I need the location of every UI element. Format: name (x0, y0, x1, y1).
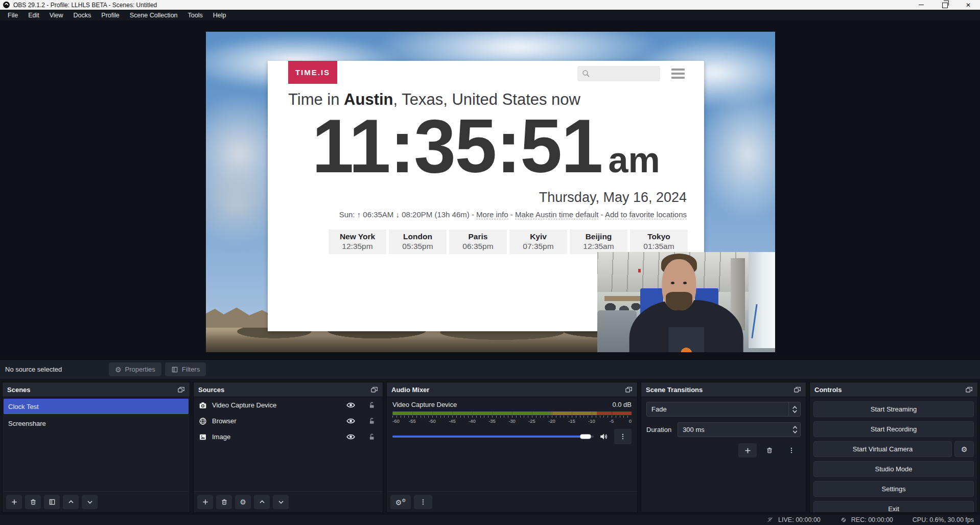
lock-icon[interactable] (368, 417, 376, 425)
lock-icon[interactable] (368, 401, 376, 409)
mixer-menu-button[interactable] (414, 495, 432, 509)
popout-icon[interactable] (625, 386, 633, 394)
make-default-link: Make Austin time default (515, 210, 598, 219)
studio-mode-button[interactable]: Studio Mode (813, 461, 974, 477)
speaker-icon[interactable] (599, 432, 609, 441)
transition-select[interactable]: Fade (646, 402, 801, 417)
clock-digits: 11:35:51 (312, 104, 602, 188)
source-row-image[interactable]: Image (194, 429, 383, 445)
mixer-level-db: 0.0 dB (612, 401, 632, 408)
source-row-video-capture[interactable]: Video Capture Device (194, 397, 383, 413)
source-row-browser[interactable]: Browser (194, 413, 383, 429)
advanced-audio-button[interactable]: ⚙⚙ (390, 495, 411, 509)
remove-transition-button[interactable] (760, 443, 779, 458)
popout-icon[interactable] (794, 386, 801, 394)
remove-source-button[interactable] (216, 495, 232, 509)
filters-button[interactable]: Filters (165, 362, 206, 376)
webcam-source-overlay[interactable] (597, 252, 775, 352)
caret-down-icon (792, 410, 797, 413)
visibility-eye-icon[interactable] (346, 401, 355, 409)
kebab-menu-icon (788, 447, 795, 454)
title-bar: OBS 29.1.2 - Profile: LLHLS BETA - Scene… (0, 0, 980, 10)
visibility-eye-icon[interactable] (346, 432, 355, 441)
transitions-title: Scene Transitions (646, 386, 703, 394)
transition-properties-button[interactable] (782, 443, 801, 458)
search-icon (581, 69, 591, 78)
move-scene-up-button[interactable] (63, 495, 79, 509)
meter-tick-labels: -60 -55 -50 -45 -40 -35 -30 -25 -20 -15 … (392, 418, 632, 424)
popout-icon[interactable] (370, 386, 378, 394)
minimize-button[interactable] (909, 0, 933, 10)
image-icon (199, 433, 207, 441)
exit-button[interactable]: Exit (813, 501, 974, 512)
lock-icon[interactable] (368, 433, 376, 441)
menu-tools[interactable]: Tools (183, 10, 208, 20)
move-scene-down-button[interactable] (82, 495, 98, 509)
menu-docks[interactable]: Docks (68, 10, 97, 20)
timeis-date: Thursday, May 16, 2024 (539, 190, 687, 206)
scenes-panel-title: Scenes (7, 386, 31, 394)
remove-scene-button[interactable] (25, 495, 41, 509)
close-button[interactable]: ✕ (956, 0, 980, 10)
record-inactive-icon (840, 516, 847, 523)
meter-ticks (392, 416, 632, 418)
person-eye (671, 282, 674, 284)
audio-mixer-panel: Audio Mixer Video Capture Device 0.0 dB … (386, 382, 638, 513)
mixer-channel-menu-button[interactable] (614, 429, 632, 444)
visibility-eye-icon[interactable] (346, 417, 355, 425)
start-virtual-camera-button[interactable]: Start Virtual Camera (813, 441, 952, 457)
start-recording-button[interactable]: Start Recording (813, 421, 974, 437)
move-source-down-button[interactable] (273, 495, 289, 509)
trash-icon (766, 447, 773, 454)
add-scene-button[interactable] (6, 495, 22, 509)
menu-view[interactable]: View (44, 10, 68, 20)
virtual-camera-config-button[interactable]: ⚙ (954, 441, 974, 457)
combo-spinner[interactable] (788, 402, 800, 416)
properties-button[interactable]: ⚙ Properties (109, 362, 161, 376)
add-source-button[interactable] (197, 495, 213, 509)
sources-panel-header[interactable]: Sources (194, 382, 383, 397)
scenes-panel: Scenes Clock Test Screenshare (2, 382, 190, 513)
menu-help[interactable]: Help (208, 10, 231, 20)
move-source-up-button[interactable] (254, 495, 270, 509)
controls-header[interactable]: Controls (810, 382, 977, 397)
start-streaming-button[interactable]: Start Streaming (813, 401, 974, 417)
office-table (604, 296, 640, 301)
world-clock-tile: Tokyo01:35am (630, 230, 688, 254)
more-info-link: More info (476, 210, 508, 219)
globe-icon (199, 417, 207, 425)
video-preview-canvas[interactable]: TIME.IS Time in Austin, Texas, United St… (206, 32, 775, 352)
sources-panel: Sources Video Capture Device Browser (193, 382, 383, 513)
scenes-panel-header[interactable]: Scenes (3, 382, 190, 397)
menu-file[interactable]: File (3, 10, 23, 20)
scene-item-clock-test[interactable]: Clock Test (4, 399, 189, 414)
caret-up-icon (792, 406, 797, 409)
menu-profile[interactable]: Profile (96, 10, 124, 20)
popout-icon[interactable] (965, 386, 973, 394)
scene-filters-button[interactable] (44, 495, 60, 509)
menu-scene-collection[interactable]: Scene Collection (125, 10, 183, 20)
restore-button[interactable] (933, 0, 956, 10)
scene-item-screenshare[interactable]: Screenshare (4, 416, 189, 431)
live-status: LIVE: 00:00:00 (766, 516, 821, 523)
settings-button[interactable]: Settings (813, 481, 974, 497)
spinbox-arrows[interactable] (792, 426, 798, 433)
add-favorite-link: Add to favorite locations (605, 210, 687, 219)
cpu-fps-stats: CPU: 0.6%, 30.00 fps (913, 516, 974, 523)
menu-edit[interactable]: Edit (23, 10, 44, 20)
obs-window: OBS 29.1.2 - Profile: LLHLS BETA - Scene… (0, 0, 980, 525)
source-label: Browser (212, 417, 237, 425)
duration-value: 300 ms (683, 426, 705, 433)
transitions-header[interactable]: Scene Transitions (641, 382, 806, 397)
world-clock-tile: Paris06:35pm (449, 230, 507, 254)
kebab-menu-icon (419, 498, 427, 506)
audio-mixer-header[interactable]: Audio Mixer (387, 382, 637, 397)
popout-icon[interactable] (177, 386, 185, 394)
stream-inactive-icon (766, 516, 774, 523)
gear-icon: ⚙ (115, 366, 122, 373)
duration-spinbox[interactable]: 300 ms (678, 422, 801, 437)
volume-slider-handle[interactable] (580, 435, 591, 439)
source-properties-button[interactable]: ⚙ (235, 495, 251, 509)
add-transition-button[interactable] (738, 443, 757, 458)
volume-slider[interactable] (392, 436, 594, 438)
